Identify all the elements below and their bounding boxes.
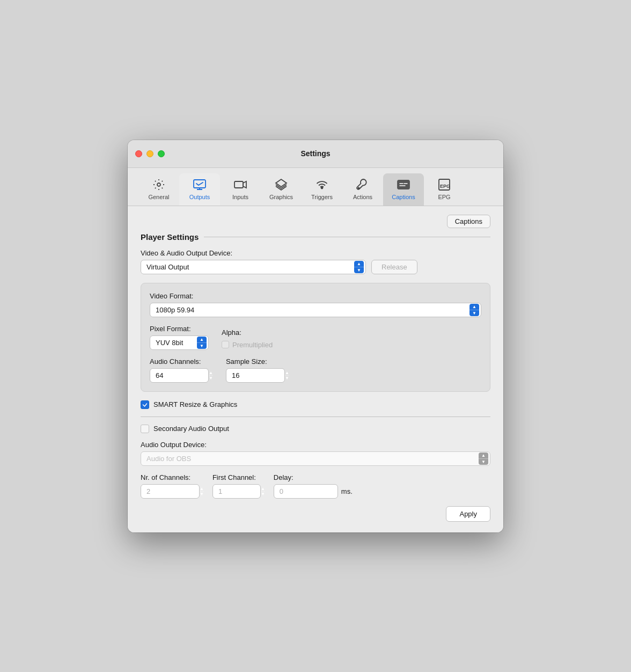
svg-text:EPG: EPG <box>440 184 450 189</box>
titlebar: Settings <box>128 140 503 168</box>
pixel-format-down-arrow[interactable]: ▼ <box>197 343 207 349</box>
audio-channels-up-arrow[interactable]: ▲ <box>209 370 213 375</box>
video-format-row: Video Format: 1080p 59.94 ▲ ▼ <box>150 292 481 317</box>
premultiplied-row: Premultiplied <box>222 341 273 349</box>
device-down-arrow[interactable]: ▼ <box>354 267 364 273</box>
video-format-select[interactable]: 1080p 59.94 <box>150 303 481 317</box>
sample-size-label: Sample Size: <box>226 357 289 366</box>
release-button[interactable]: Release <box>371 260 417 274</box>
captions-icon <box>397 178 410 192</box>
camera-icon <box>233 178 247 192</box>
gear-icon <box>152 178 166 192</box>
alpha-label: Alpha: <box>222 328 273 337</box>
audio-channels-down-arrow[interactable]: ▼ <box>209 376 213 381</box>
device-select[interactable]: Virtual Output <box>141 260 366 274</box>
nr-channels-group: Nr. of Channels: ▲ ▼ <box>141 473 204 499</box>
tab-epg-label: EPG <box>438 194 450 200</box>
device-up-arrow[interactable]: ▲ <box>354 261 364 267</box>
audio-device-up-arrow: ▲ <box>479 452 488 458</box>
premultiplied-label: Premultiplied <box>232 341 273 349</box>
nr-channels-input[interactable] <box>141 484 200 499</box>
settings-window: Settings General Outputs <box>128 140 503 532</box>
audio-channels-group: Audio Channels: ▲ ▼ <box>150 357 213 383</box>
epg-icon: EPG <box>437 178 451 192</box>
video-format-down-arrow[interactable]: ▼ <box>469 310 479 316</box>
layers-icon <box>274 178 288 192</box>
device-row: Virtual Output ▲ ▼ Release <box>141 260 490 274</box>
svg-rect-1 <box>194 180 206 188</box>
minimize-button[interactable] <box>146 150 153 157</box>
sample-size-group: Sample Size: ▲ ▼ <box>226 357 289 383</box>
device-select-wrapper: Virtual Output ▲ ▼ <box>141 260 366 274</box>
tab-actions[interactable]: Actions <box>342 173 383 206</box>
tab-outputs[interactable]: Outputs <box>179 173 220 206</box>
audio-device-label: Audio Output Device: <box>141 441 490 449</box>
first-channel-up-arrow: ▲ <box>261 486 265 491</box>
audio-channels-stepper[interactable]: ▲ ▼ <box>209 370 213 381</box>
secondary-audio-checkbox[interactable] <box>141 425 149 433</box>
sample-size-stepper[interactable]: ▲ ▼ <box>285 370 289 381</box>
sample-size-input[interactable] <box>226 368 285 383</box>
pixel-alpha-row: Pixel Format: YUV 8bit ▲ ▼ Alpha: <box>150 325 481 350</box>
video-format-up-arrow[interactable]: ▲ <box>469 304 479 310</box>
wifi-icon <box>315 178 329 192</box>
delay-label: Delay: <box>274 473 353 481</box>
channels-delay-row: Nr. of Channels: ▲ ▼ First Channel: ▲ <box>141 473 490 499</box>
close-button[interactable] <box>135 150 142 157</box>
premultiplied-checkbox[interactable] <box>222 341 229 348</box>
pixel-format-group: Pixel Format: YUV 8bit ▲ ▼ <box>150 325 209 350</box>
tab-captions[interactable]: Captions <box>383 173 424 206</box>
svg-rect-5 <box>398 180 409 189</box>
captions-button[interactable]: Captions <box>447 215 490 228</box>
tab-inputs[interactable]: Inputs <box>220 173 261 206</box>
zoom-button[interactable] <box>158 150 165 157</box>
audio-channels-input[interactable] <box>150 368 209 383</box>
tab-graphics[interactable]: Graphics <box>261 173 302 206</box>
audio-channels-input-wrapper: ▲ ▼ <box>150 368 213 383</box>
audio-device-down-arrow: ▼ <box>479 459 488 465</box>
secondary-audio-label: Secondary Audio Output <box>153 425 229 433</box>
video-format-stepper[interactable]: ▲ ▼ <box>469 304 479 316</box>
wrench-icon <box>356 178 370 192</box>
separator <box>141 417 490 417</box>
alpha-group: Alpha: Premultiplied <box>222 328 273 350</box>
tab-general-label: General <box>148 194 169 200</box>
tab-graphics-label: Graphics <box>269 194 293 200</box>
apply-button[interactable]: Apply <box>446 506 490 522</box>
tab-epg[interactable]: EPG EPG <box>424 173 465 206</box>
sample-size-up-arrow[interactable]: ▲ <box>285 370 289 375</box>
tab-inputs-label: Inputs <box>232 194 248 200</box>
svg-point-4 <box>358 187 359 188</box>
tab-general[interactable]: General <box>138 173 179 206</box>
tab-triggers-label: Triggers <box>311 194 333 200</box>
window-title: Settings <box>300 149 330 158</box>
nr-channels-down-arrow: ▼ <box>200 492 204 496</box>
svg-rect-2 <box>234 181 243 188</box>
first-channel-input-wrapper: ▲ ▼ <box>212 484 265 499</box>
first-channel-down-arrow: ▼ <box>261 492 265 496</box>
tab-actions-label: Actions <box>353 194 372 200</box>
sample-size-down-arrow[interactable]: ▼ <box>285 376 289 381</box>
device-label: Video & Audio Output Device: <box>141 249 490 257</box>
pixel-format-up-arrow[interactable]: ▲ <box>197 337 207 342</box>
audio-sample-row: Audio Channels: ▲ ▼ Sample Size: <box>150 357 481 383</box>
content-area: Captions Player Settings Video & Audio O… <box>128 206 503 532</box>
ms-label: ms. <box>341 487 353 495</box>
first-channel-label: First Channel: <box>212 473 265 481</box>
nr-channels-label: Nr. of Channels: <box>141 473 204 481</box>
tab-triggers[interactable]: Triggers <box>302 173 342 206</box>
pixel-format-stepper[interactable]: ▲ ▼ <box>197 337 207 349</box>
first-channel-group: First Channel: ▲ ▼ <box>212 473 265 499</box>
delay-input-wrap: ms. <box>274 484 353 499</box>
section-title: Player Settings <box>141 232 490 242</box>
inner-card: Video Format: 1080p 59.94 ▲ ▼ Pixel Form… <box>141 283 490 392</box>
apply-row: Apply <box>141 506 490 522</box>
device-stepper[interactable]: ▲ ▼ <box>354 261 364 273</box>
delay-group: Delay: ms. <box>274 473 353 499</box>
delay-input[interactable] <box>274 484 338 499</box>
traffic-lights <box>135 150 165 157</box>
pixel-format-label: Pixel Format: <box>150 325 209 333</box>
smart-resize-checkbox[interactable] <box>141 400 149 409</box>
first-channel-input[interactable] <box>212 484 261 499</box>
audio-device-select[interactable]: Audio for OBS <box>141 451 490 466</box>
